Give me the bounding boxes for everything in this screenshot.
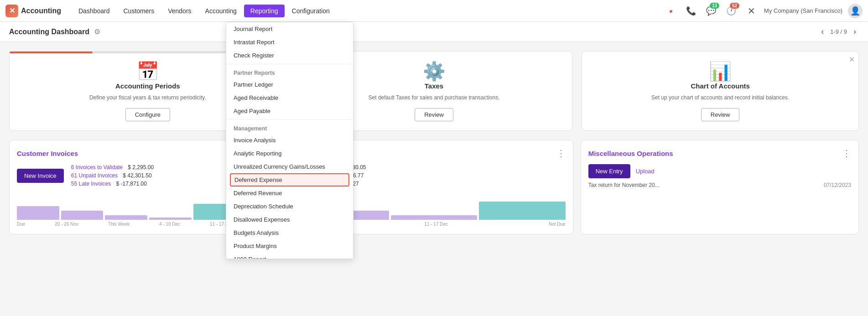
dropdown-item-intrastat-report[interactable]: Intrastat Report: [226, 36, 353, 49]
misc-menu-icon[interactable]: ⋮: [842, 148, 851, 159]
new-invoice-button[interactable]: New Invoice: [17, 169, 64, 183]
stat-late: 55 Late Invoices $ -17,871.00: [71, 181, 154, 187]
dashboard-row: Customer Invoices ⋮ New Invoice 6 Invoic…: [9, 140, 859, 234]
review-chart-button[interactable]: Review: [701, 108, 740, 121]
card-title: Taxes: [425, 82, 443, 90]
invoices-to-validate-amount: $ 2,295.00: [128, 164, 154, 171]
misc-entry-item: Tax return for November 20... 07/12/2023: [588, 182, 851, 188]
stat-unpaid: 61 Unpaid Invoices $ 42,301.50: [71, 172, 154, 179]
app-name: Accounting: [21, 7, 61, 15]
divider-2: [226, 119, 353, 120]
dropdown-item-aged-payable[interactable]: Aged Payable: [226, 104, 353, 118]
unpaid-invoices-amount: $ 42,301.50: [123, 172, 151, 179]
dropdown-item-depreciation-schedule[interactable]: Depreciation Schedule: [226, 200, 353, 213]
settings-icon[interactable]: ⚙: [94, 27, 100, 36]
nav-items: Dashboard Customers Vendors Accounting R…: [72, 5, 664, 17]
dropdown-item-unrealized-currency[interactable]: Unrealized Currency Gains/Losses: [226, 160, 353, 173]
chat-icon[interactable]: 💬 13: [704, 4, 718, 18]
review-taxes-button[interactable]: Review: [415, 108, 453, 121]
late-invoices-link[interactable]: 55 Late Invoices: [71, 181, 111, 187]
avatar[interactable]: 👤: [848, 4, 863, 18]
upload-link[interactable]: Upload: [636, 168, 655, 175]
nav-right: ● 📞 💬 13 🕐 52 ✕ My Company (San Francisc…: [664, 4, 863, 18]
section-management: Management: [226, 122, 353, 134]
dropdown-item-1099-report[interactable]: 1099 Report: [226, 253, 353, 259]
invoice-stats: 6 Invoices to Validate $ 2,295.00 61 Unp…: [71, 164, 154, 187]
bar-nov: [61, 211, 104, 220]
card-title: Chart of Accounts: [691, 82, 749, 90]
dropdown-item-analytic-reporting[interactable]: Analytic Reporting: [226, 147, 353, 160]
dropdown-item-aged-receivable[interactable]: Aged Receivable: [226, 91, 353, 104]
chart-icon: 📊: [709, 61, 732, 82]
setup-cards: 📅 Accounting Periods Define your fiscal …: [9, 51, 859, 131]
prev-page-button[interactable]: ‹: [818, 26, 826, 37]
dropdown-item-deferred-expense[interactable]: Deferred Expense: [230, 173, 349, 186]
nav-customers[interactable]: Customers: [117, 5, 161, 17]
unpaid-invoices-link[interactable]: 61 Unpaid Invoices: [71, 172, 118, 179]
customer-invoices-title: Customer Invoices: [17, 150, 78, 157]
divider-1: [226, 64, 353, 64]
nav-vendors[interactable]: Vendors: [161, 5, 198, 17]
dropdown-item-budgets-analysis[interactable]: Budgets Analysis: [226, 226, 353, 239]
main-content: 📅 Accounting Periods Define your fiscal …: [0, 42, 868, 316]
setup-card-chart-accounts: ✕ 📊 Chart of Accounts Set up your chart …: [582, 51, 859, 131]
misc-actions: New Entry Upload: [588, 164, 851, 178]
nav-accounting[interactable]: Accounting: [199, 5, 243, 17]
misc-entry-date: 07/12/2023: [824, 182, 851, 188]
app-logo[interactable]: ✕ Accounting: [5, 5, 68, 17]
nav-dashboard[interactable]: Dashboard: [72, 5, 116, 17]
vendor-bar-notdue: [479, 202, 565, 220]
invoices-to-validate-link[interactable]: 6 Invoices to Validate: [71, 164, 123, 171]
chat-badge: 13: [710, 3, 719, 9]
sub-header: Accounting Dashboard ⚙ ‹ 1-9 / 9 ›: [0, 22, 868, 42]
dropdown-item-disallowed-expenses[interactable]: Disallowed Expenses: [226, 213, 353, 226]
new-entry-button[interactable]: New Entry: [588, 164, 630, 178]
clock-badge: 52: [730, 3, 739, 9]
dropdown-item-journal-report[interactable]: Journal Report: [226, 22, 353, 36]
misc-title: Miscellaneous Operations: [588, 150, 673, 157]
late-invoices-amount: $ -17,871.00: [116, 181, 147, 187]
pagination-text: 1-9 / 9: [830, 28, 847, 35]
close-icon[interactable]: ✕: [849, 55, 855, 64]
bar-dec4: [149, 218, 192, 220]
bar-thisweek: [105, 215, 147, 220]
company-name: My Company (San Francisco): [764, 7, 842, 14]
phone-icon[interactable]: 📞: [684, 4, 698, 18]
card-title: Accounting Periods: [115, 82, 180, 90]
card-description: Define your fiscal years & tax returns p…: [89, 93, 206, 102]
dropdown-item-partner-ledger[interactable]: Partner Ledger: [226, 78, 353, 91]
section-partner-reports: Partner Reports: [226, 66, 353, 78]
vendor-bills-menu-icon[interactable]: ⋮: [556, 148, 566, 159]
taxes-icon: ⚙️: [423, 61, 446, 82]
card-description: Set default Taxes for sales and purchase…: [369, 93, 500, 102]
stat-validate: 6 Invoices to Validate $ 2,295.00: [71, 164, 154, 171]
dropdown-item-product-margins[interactable]: Product Margins: [226, 239, 353, 253]
nav-configuration[interactable]: Configuration: [286, 5, 336, 17]
misc-operations-widget: Miscellaneous Operations ⋮ New Entry Upl…: [581, 140, 859, 234]
logo-icon: ✕: [5, 5, 18, 17]
vendor-bar-dec11: [391, 215, 477, 220]
dropdown-item-deferred-revenue[interactable]: Deferred Revenue: [226, 186, 353, 200]
dropdown-item-invoice-analysis[interactable]: Invoice Analysis: [226, 134, 353, 147]
reporting-dropdown: Journal Report Intrastat Report Check Re…: [226, 22, 353, 259]
clock-icon[interactable]: 🕐 52: [724, 4, 738, 18]
nav-reporting[interactable]: Reporting: [244, 5, 285, 17]
page-title: Accounting Dashboard: [9, 28, 89, 36]
cross-nav-icon[interactable]: ✕: [744, 4, 759, 18]
red-dot-icon[interactable]: ●: [664, 4, 678, 18]
next-page-button[interactable]: ›: [851, 26, 859, 37]
pagination-area: ‹ 1-9 / 9 ›: [818, 26, 859, 37]
configure-button[interactable]: Configure: [125, 108, 170, 121]
misc-widget-header: Miscellaneous Operations ⋮: [588, 148, 851, 159]
top-nav: ✕ Accounting Dashboard Customers Vendors…: [0, 0, 868, 22]
misc-entry-label: Tax return for November 20...: [588, 182, 660, 188]
progress-fill: [10, 52, 93, 53]
calendar-icon: 📅: [136, 61, 159, 82]
dropdown-item-check-register[interactable]: Check Register: [226, 49, 353, 62]
bar-due: [17, 206, 59, 220]
card-description: Set up your chart of accounts and record…: [651, 93, 789, 102]
